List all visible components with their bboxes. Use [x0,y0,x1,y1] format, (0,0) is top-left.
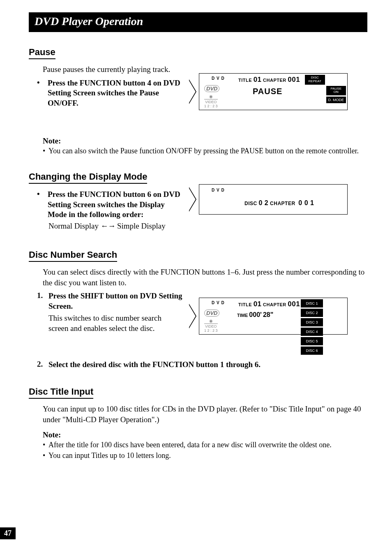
time-text: TIME 000' 28" [237,311,273,319]
dvd-logo: DVD [204,310,219,317]
txt: Normal Display [48,222,99,230]
btn-disc-repeat: DISC REPEAT [305,75,325,85]
title-bar: DVD Player Operation [29,12,367,32]
txt: VIDEO [205,100,217,104]
bullet: • [43,440,48,450]
btn-dmode: D. MODE [326,97,346,103]
page-number: 47 [0,527,16,539]
btn-blank [326,75,346,85]
display-order: Normal Display ←→ Simple Display [48,222,367,231]
pause-note-1: You can also switch the Pause function O… [48,146,359,156]
double-arrow-icon: ←→ [101,222,117,230]
disc-search-screen-illustration: D V D TITLE 01 CHAPTER 001 DVD TIME 000'… [189,298,348,335]
pause-display-text: PAUSE [253,87,282,96]
dvd-label: D V D [212,300,225,305]
txt: 28" [263,311,273,318]
disc-search-step2: Select the desired disc with the FUNCTIO… [48,360,261,370]
video-label: ◉ VIDEO 1 2 : 2 3 [204,94,218,108]
title-input-note-1: After the title for 100 discs have been … [48,440,332,450]
display-mode-instruction: Press the FUNCTION button 6 on DVD Setti… [48,190,183,220]
btn-blank [305,97,325,103]
txt: TITLE [238,302,252,307]
step-number-1: 1. [37,291,48,300]
dvd-label: D V D [212,76,225,81]
txt: Simple Display [117,222,166,230]
title-chapter: TITLE 01 CHAPTER 001 [238,76,300,84]
note-label: Note: [43,430,367,439]
txt: 0 2 [259,199,269,206]
btn-blank [305,86,325,96]
disc-search-step1-sub: This switches to disc number search scre… [48,313,176,333]
txt: CHAPTER [270,201,295,206]
disc-3-button: DISC 3 [301,318,323,326]
video-label: ◉ VIDEO 1 2 : 2 3 [204,319,218,333]
txt: 000' [249,311,262,318]
triangle-icon [189,304,196,328]
disc-1-button: DISC 1 [301,299,323,307]
bullet: • [37,78,48,87]
txt: TIME [237,313,248,318]
txt: DISC [244,201,257,206]
disc-search-intro: You can select discs directly with the F… [43,267,367,288]
heading-pause: Pause [29,47,55,59]
txt: 001 [288,76,300,83]
bullet: • [43,146,48,156]
heading-title-input: Disc Title Input [29,386,93,399]
title-input-note-2: You can input Titles up to 10 letters lo… [48,451,171,460]
step-number-2: 2. [37,360,48,369]
disc-4-button: DISC 4 [301,328,323,336]
title-chapter: TITLE 01 CHAPTER 001 [238,300,300,308]
bullet: • [43,451,48,460]
title-input-intro: You can input up to 100 disc titles for … [43,404,367,425]
txt: 1 2 : 2 3 [204,328,218,333]
txt: CHAPTER [263,78,286,83]
disc-5-button: DISC 5 [301,337,323,345]
txt: 001 [288,300,300,308]
txt: VIDEO [205,324,217,328]
disc-buttons: DISC 1 DISC 2 DISC 3 DISC 4 DISC 5 DISC … [301,299,346,356]
heading-disc-search: Disc Number Search [29,250,117,262]
txt: 1 2 : 2 3 [204,104,218,108]
disc-chapter-text: DISC 0 2 CHAPTER 0 0 1 [244,199,314,207]
triangle-icon [189,187,196,212]
txt: CHAPTER [263,302,286,307]
triangle-icon [189,79,196,104]
dvd-label: D V D [212,188,225,192]
txt: 01 [254,76,262,83]
pause-instruction: Press the FUNCTION button 4 on DVD Setti… [48,78,183,109]
pause-screen-illustration: D V D TITLE 01 CHAPTER 001 PAUSE DVD ◉ V… [189,73,348,110]
disc-search-step1: Press the SHIFT button on DVD Setting Sc… [48,291,184,311]
disc-2-button: DISC 2 [301,309,323,317]
btn-pause-on: PAUSE ON [326,86,346,96]
txt: 01 [254,300,262,308]
bullet: • [37,190,48,199]
note-label: Note: [43,136,367,146]
txt: TITLE [238,78,252,83]
dvd-logo: DVD [204,85,219,92]
simple-screen-illustration: D V D DISC 0 2 CHAPTER 0 0 1 [189,184,348,215]
disc-6-button: DISC 6 [301,347,323,355]
txt: 0 0 1 [298,199,314,206]
heading-display-mode: Changing the Display Mode [29,171,147,184]
